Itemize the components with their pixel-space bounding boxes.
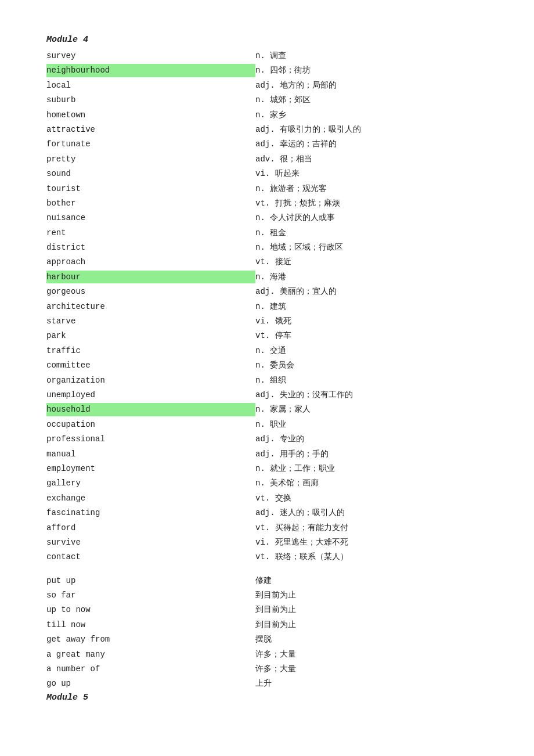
word-english: manual: [46, 448, 255, 460]
word-item: architecturen. 建筑: [46, 300, 488, 313]
word-english: approach: [46, 255, 255, 268]
word-chinese: adv. 很；相当: [255, 153, 312, 165]
word-english: unemployed: [46, 388, 255, 401]
word-chinese: vt. 联络；联系（某人）: [255, 550, 348, 563]
word-item: starvevi. 饿死: [46, 315, 488, 327]
word-chinese: adj. 美丽的；宜人的: [255, 285, 337, 298]
phrase-item: a great many许多；大量: [46, 648, 488, 661]
phrase-chinese: 到目前为止: [255, 618, 296, 631]
phrase-item: get away from摆脱: [46, 633, 488, 646]
word-english: park: [46, 329, 255, 342]
phrase-item: up to now到目前为止: [46, 603, 488, 616]
phrase-english: put up: [46, 574, 255, 587]
word-chinese: adj. 地方的；局部的: [255, 79, 337, 92]
phrase-chinese: 许多；大量: [255, 648, 296, 661]
module-4-section: Module 4 surveyn. 调查neighbourhoodn. 四邻；街…: [46, 35, 488, 703]
word-item: organizationn. 组织: [46, 374, 488, 387]
word-chinese: n. 交通: [255, 344, 286, 357]
phrase-english: go up: [46, 677, 255, 690]
phrase-english: get away from: [46, 633, 255, 646]
phrase-english: up to now: [46, 603, 255, 616]
word-item: neighbourhoodn. 四邻；街坊: [46, 64, 488, 77]
module-4-title: Module 4: [46, 35, 488, 45]
word-chinese: n. 委员会: [255, 359, 294, 372]
word-chinese: vi. 听起来: [255, 167, 300, 180]
word-chinese: n. 城郊；郊区: [255, 93, 311, 106]
phrase-english: a great many: [46, 648, 255, 661]
word-english: local: [46, 79, 255, 92]
word-item: prettyadv. 很；相当: [46, 153, 488, 165]
word-chinese: vi. 死里逃生；大难不死: [255, 536, 348, 549]
word-chinese: vt. 买得起；有能力支付: [255, 521, 348, 534]
word-chinese: n. 家属；家人: [255, 403, 311, 416]
word-item: employmentn. 就业；工作；职业: [46, 462, 488, 475]
word-chinese: n. 海港: [255, 271, 286, 283]
word-chinese: vt. 接近: [255, 255, 291, 268]
word-chinese: n. 调查: [255, 49, 286, 62]
word-english: rent: [46, 226, 255, 239]
word-item: surveyn. 调查: [46, 49, 488, 62]
phrase-section: put up修建so far到目前为止up to now到目前为止till no…: [46, 574, 488, 690]
word-english: tourist: [46, 182, 255, 195]
word-english: starve: [46, 315, 255, 327]
phrase-item: a number of许多；大量: [46, 663, 488, 675]
word-chinese: vt. 打扰；烦扰；麻烦: [255, 197, 340, 210]
word-chinese: adj. 专业的: [255, 433, 304, 445]
word-chinese: vt. 停车: [255, 329, 291, 342]
word-item: occupationn. 职业: [46, 418, 488, 431]
word-chinese: n. 职业: [255, 418, 286, 431]
word-english: gallery: [46, 477, 255, 489]
phrase-item: so far到目前为止: [46, 589, 488, 602]
word-english: nuisance: [46, 211, 255, 224]
word-chinese: adj. 幸运的；吉祥的: [255, 138, 337, 150]
word-english: survey: [46, 49, 255, 62]
word-item: professionaladj. 专业的: [46, 433, 488, 445]
word-item: householdn. 家属；家人: [46, 403, 488, 416]
word-english: afford: [46, 521, 255, 534]
word-english: harbour: [46, 271, 255, 283]
word-english: occupation: [46, 418, 255, 431]
word-item: exchangevt. 交换: [46, 492, 488, 505]
word-english: architecture: [46, 300, 255, 313]
word-english: household: [46, 403, 255, 416]
word-chinese: n. 组织: [255, 374, 286, 387]
page-content: Module 4 surveyn. 调查neighbourhoodn. 四邻；街…: [46, 35, 488, 703]
phrase-item: till now到目前为止: [46, 618, 488, 631]
word-english: survive: [46, 536, 255, 549]
word-item: parkvt. 停车: [46, 329, 488, 342]
word-item: fortunateadj. 幸运的；吉祥的: [46, 138, 488, 150]
phrase-chinese: 到目前为止: [255, 589, 296, 602]
word-item: hometownn. 家乡: [46, 109, 488, 121]
word-english: exchange: [46, 492, 255, 505]
phrase-chinese: 到目前为止: [255, 603, 296, 616]
word-item: gorgeousadj. 美丽的；宜人的: [46, 285, 488, 298]
word-chinese: n. 旅游者；观光客: [255, 182, 327, 195]
word-english: contact: [46, 550, 255, 563]
word-list: surveyn. 调查neighbourhoodn. 四邻；街坊localadj…: [46, 49, 488, 564]
word-english: committee: [46, 359, 255, 372]
word-chinese: adj. 迷人的；吸引人的: [255, 506, 345, 519]
word-item: fascinatingadj. 迷人的；吸引人的: [46, 506, 488, 519]
word-english: gorgeous: [46, 285, 255, 298]
phrase-english: a number of: [46, 663, 255, 675]
word-chinese: n. 地域；区域；行政区: [255, 241, 343, 254]
word-item: bothervt. 打扰；烦扰；麻烦: [46, 197, 488, 210]
word-chinese: n. 令人讨厌的人或事: [255, 211, 335, 224]
word-item: attractiveadj. 有吸引力的；吸引人的: [46, 123, 488, 136]
word-chinese: n. 家乡: [255, 109, 286, 121]
word-english: neighbourhood: [46, 64, 255, 77]
word-english: bother: [46, 197, 255, 210]
word-english: fascinating: [46, 506, 255, 519]
word-chinese: adj. 有吸引力的；吸引人的: [255, 123, 361, 136]
word-chinese: adj. 用手的；手的: [255, 448, 329, 460]
word-item: manualadj. 用手的；手的: [46, 448, 488, 460]
word-chinese: vt. 交换: [255, 492, 291, 505]
word-english: pretty: [46, 153, 255, 165]
word-item: districtn. 地域；区域；行政区: [46, 241, 488, 254]
word-item: trafficn. 交通: [46, 344, 488, 357]
phrase-english: so far: [46, 589, 255, 602]
phrase-item: put up修建: [46, 574, 488, 587]
word-item: touristn. 旅游者；观光客: [46, 182, 488, 195]
word-item: nuisancen. 令人讨厌的人或事: [46, 211, 488, 224]
phrase-chinese: 修建: [255, 574, 272, 587]
